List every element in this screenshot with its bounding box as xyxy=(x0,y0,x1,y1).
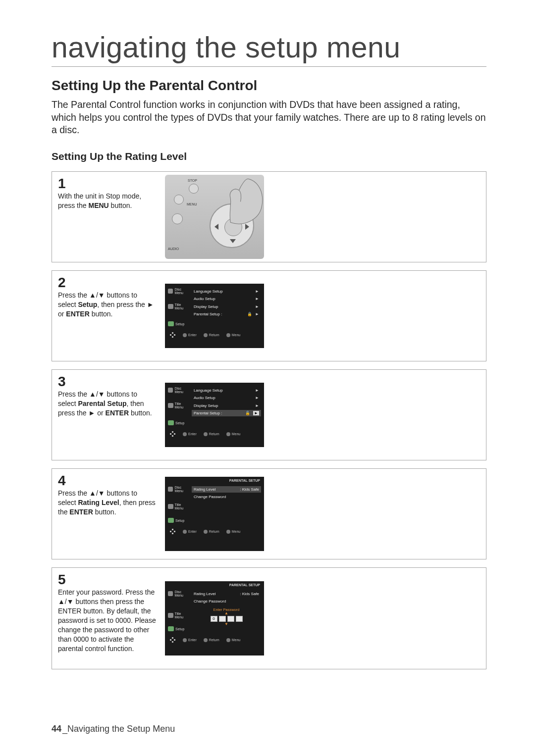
title-menu-icon xyxy=(168,304,173,309)
osd-item-label: Language Setup xyxy=(194,388,223,393)
remote-prev-button xyxy=(174,195,184,204)
nav-dots-icon xyxy=(170,529,176,535)
osd-item-label: Parental Setup : xyxy=(194,312,222,316)
osd-footer: Enter Return Menu xyxy=(168,332,261,339)
osd-footer: Enter Return Menu xyxy=(168,637,261,644)
remote-menu-button xyxy=(172,213,183,224)
step-bold: Rating Level xyxy=(78,499,119,506)
section-title: Setting Up the Parental Control xyxy=(52,78,486,94)
setup-icon xyxy=(168,518,174,523)
step-bold: ENTER xyxy=(66,310,89,318)
password-digit xyxy=(236,616,243,622)
password-digit xyxy=(227,616,234,622)
osd-screen: PARENTAL SETUP Disc Menu Rating Level: K… xyxy=(165,581,264,655)
setup-icon xyxy=(168,420,174,425)
disc-menu-icon xyxy=(168,487,173,492)
step-bold: MENU xyxy=(88,202,108,209)
step-2-text: 2 Press the ▲/▼ buttons to select Setup,… xyxy=(52,271,161,361)
tab-disc-menu: Disc Menu xyxy=(174,486,189,493)
step-number: 1 xyxy=(58,177,157,191)
step-bold: Parental Setup xyxy=(78,400,126,407)
page-number: 44 xyxy=(52,724,61,734)
menu-label: MENU xyxy=(187,202,197,206)
step-bold: ENTER xyxy=(69,508,93,516)
tab-disc-menu: Disc Menu xyxy=(174,288,189,295)
osd-item-label: Display Setup xyxy=(194,403,218,408)
footer-enter: Enter xyxy=(183,530,197,534)
osd-item-label: Display Setup xyxy=(194,304,218,309)
step-bold: Setup xyxy=(78,301,97,308)
nav-dots-icon xyxy=(170,637,176,643)
subheading: Setting Up the Rating Level xyxy=(52,151,486,162)
step-3: 3 Press the ▲/▼ buttons to select Parent… xyxy=(52,369,486,460)
osd-item-label: Audio Setup xyxy=(194,396,215,400)
osd-item-value: : Kids Safe xyxy=(240,592,259,596)
step-text: button. xyxy=(90,310,113,318)
footer-menu: Menu xyxy=(226,432,241,436)
tab-setup: Setup xyxy=(175,322,184,326)
intro-paragraph: The Parental Control function works in c… xyxy=(52,99,486,137)
osd-footer: Enter Return Menu xyxy=(168,529,261,536)
osd-item-label: Rating Level xyxy=(194,592,215,596)
osd-screen: PARENTAL SETUP Disc Menu Rating Level: K… xyxy=(165,477,264,551)
title-menu-icon xyxy=(168,504,173,509)
footer-return: Return xyxy=(204,530,219,534)
submenu-arrow-icon: ► xyxy=(253,411,259,415)
disc-menu-icon xyxy=(168,289,173,294)
manual-page: navigating the setup menu Setting Up the… xyxy=(0,0,535,756)
step-text: Enter your password. Press the ▲/▼ butto… xyxy=(58,588,156,652)
step-1: 1 With the unit in Stop mode, press the … xyxy=(52,171,486,262)
osd-footer: Enter Return Menu xyxy=(168,431,261,438)
remote-stop-button xyxy=(189,184,199,194)
footer-sep: _ xyxy=(62,724,67,734)
osd-item-label: Language Setup xyxy=(194,289,223,294)
step-5: 5 Enter your password. Press the ▲/▼ but… xyxy=(52,567,486,669)
step-4-graphic: PARENTAL SETUP Disc Menu Rating Level: K… xyxy=(161,469,486,559)
nav-dots-icon xyxy=(170,431,176,437)
dpad-left-icon xyxy=(214,224,218,230)
step-2-graphic: Disc Menu Language Setup► Audio Setup► T… xyxy=(161,271,486,361)
dpad-down-icon xyxy=(230,239,236,243)
step-4-text: 4 Press the ▲/▼ buttons to select Rating… xyxy=(52,469,161,559)
footer-enter: Enter xyxy=(183,333,197,337)
setup-icon xyxy=(168,626,174,631)
step-number: 2 xyxy=(58,276,157,290)
up-arrow-icon: ▲ xyxy=(192,612,261,615)
step-4: 4 Press the ▲/▼ buttons to select Rating… xyxy=(52,468,486,559)
step-1-text: 1 With the unit in Stop mode, press the … xyxy=(52,172,161,262)
setup-icon xyxy=(168,321,174,326)
footer-enter: Enter xyxy=(183,638,197,642)
osd-item-label: Parental Setup : xyxy=(194,411,222,415)
password-input-row: 0 xyxy=(192,616,261,622)
disc-menu-icon xyxy=(168,591,173,596)
step-number: 5 xyxy=(58,573,157,587)
tab-setup: Setup xyxy=(175,519,184,522)
page-footer: 44_Navigating the Setup Menu xyxy=(52,724,175,734)
step-5-graphic: PARENTAL SETUP Disc Menu Rating Level: K… xyxy=(161,568,486,669)
unlock-icon: 🔓 xyxy=(245,411,250,415)
step-3-graphic: Disc Menu Language Setup► Audio Setup► T… xyxy=(161,370,486,460)
footer-menu: Menu xyxy=(226,333,241,337)
osd-item-label: Rating Level xyxy=(194,487,215,492)
osd-item-label: Change Password xyxy=(194,599,226,604)
tab-title-menu: Title Menu xyxy=(175,612,189,619)
title-menu-icon xyxy=(168,613,173,618)
footer-return: Return xyxy=(204,333,219,337)
nav-dots-icon xyxy=(170,332,176,338)
footer-return: Return xyxy=(204,432,219,436)
remote-illustration: STOP MENU AUDIO xyxy=(165,175,264,259)
step-number: 3 xyxy=(58,375,157,389)
osd-item-label: Audio Setup xyxy=(194,297,215,301)
tab-setup: Setup xyxy=(175,421,184,425)
disc-menu-icon xyxy=(168,388,173,393)
down-arrow-icon: ▼ xyxy=(192,623,261,626)
password-digit: 0 xyxy=(211,616,217,622)
step-text: button. xyxy=(109,202,132,209)
step-1-graphic: STOP MENU AUDIO xyxy=(161,172,486,262)
submenu-arrow-icon: ► xyxy=(255,297,259,301)
step-2: 2 Press the ▲/▼ buttons to select Setup,… xyxy=(52,270,486,361)
step-3-text: 3 Press the ▲/▼ buttons to select Parent… xyxy=(52,370,161,460)
submenu-arrow-icon: ► xyxy=(255,304,259,309)
tab-disc-menu: Disc Menu xyxy=(174,590,189,597)
footer-enter: Enter xyxy=(183,432,197,436)
